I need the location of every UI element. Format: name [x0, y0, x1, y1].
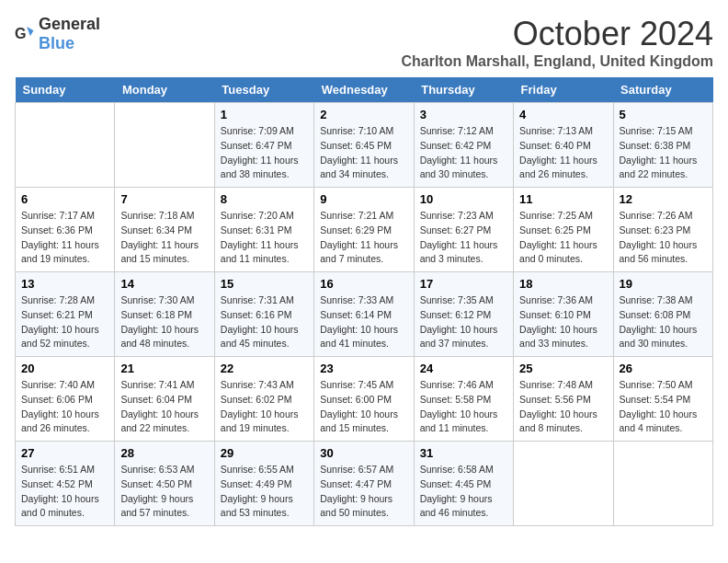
day-number: 3 — [420, 108, 507, 121]
day-number: 10 — [420, 192, 507, 206]
day-header-thursday: Thursday — [414, 77, 513, 103]
calendar-cell: 13Sunrise: 7:28 AMSunset: 6:21 PMDayligh… — [16, 272, 115, 357]
calendar-cell: 3Sunrise: 7:12 AMSunset: 6:42 PMDaylight… — [414, 103, 513, 188]
calendar-cell: 12Sunrise: 7:26 AMSunset: 6:23 PMDayligh… — [613, 188, 712, 272]
day-number: 28 — [120, 446, 208, 460]
day-detail: Sunrise: 7:38 AMSunset: 6:08 PMDaylight:… — [620, 293, 707, 351]
day-number: 25 — [519, 362, 607, 375]
calendar-cell: 5Sunrise: 7:15 AMSunset: 6:38 PMDaylight… — [613, 103, 712, 188]
day-detail: Sunrise: 7:40 AMSunset: 6:06 PMDaylight:… — [21, 378, 108, 436]
day-headers-row: SundayMondayTuesdayWednesdayThursdayFrid… — [16, 77, 713, 103]
day-number: 23 — [320, 362, 407, 375]
day-number: 29 — [221, 446, 308, 460]
day-number: 9 — [320, 192, 407, 206]
calendar-cell: 1Sunrise: 7:09 AMSunset: 6:47 PMDaylight… — [214, 103, 313, 188]
day-header-saturday: Saturday — [613, 77, 712, 103]
calendar-cell: 2Sunrise: 7:10 AMSunset: 6:45 PMDaylight… — [314, 103, 414, 188]
day-detail: Sunrise: 7:13 AMSunset: 6:40 PMDaylight:… — [519, 124, 607, 182]
day-detail: Sunrise: 7:18 AMSunset: 6:34 PMDaylight:… — [120, 209, 208, 267]
calendar-table: SundayMondayTuesdayWednesdayThursdayFrid… — [15, 77, 713, 526]
day-number: 19 — [620, 277, 707, 291]
calendar-cell: 7Sunrise: 7:18 AMSunset: 6:34 PMDaylight… — [115, 188, 214, 272]
day-detail: Sunrise: 7:25 AMSunset: 6:25 PMDaylight:… — [519, 209, 607, 267]
day-header-tuesday: Tuesday — [214, 77, 313, 103]
calendar-cell: 19Sunrise: 7:38 AMSunset: 6:08 PMDayligh… — [613, 272, 712, 357]
day-detail: Sunrise: 7:23 AMSunset: 6:27 PMDaylight:… — [420, 209, 507, 267]
day-number: 22 — [221, 362, 308, 375]
day-detail: Sunrise: 7:26 AMSunset: 6:23 PMDaylight:… — [620, 209, 707, 267]
day-number: 5 — [620, 108, 707, 121]
day-detail: Sunrise: 7:46 AMSunset: 5:58 PMDaylight:… — [420, 378, 507, 436]
logo: G General Blue — [15, 15, 100, 53]
logo-blue-text: Blue — [39, 34, 74, 52]
calendar-cell: 25Sunrise: 7:48 AMSunset: 5:56 PMDayligh… — [514, 357, 613, 442]
day-detail: Sunrise: 7:09 AMSunset: 6:47 PMDaylight:… — [221, 124, 308, 182]
day-number: 2 — [320, 108, 407, 121]
day-number: 17 — [420, 277, 507, 291]
day-detail: Sunrise: 6:58 AMSunset: 4:45 PMDaylight:… — [420, 463, 507, 521]
subtitle: Charlton Marshall, England, United Kingd… — [401, 53, 713, 70]
day-number: 26 — [620, 362, 707, 375]
day-detail: Sunrise: 7:17 AMSunset: 6:36 PMDaylight:… — [21, 209, 108, 267]
calendar-cell: 16Sunrise: 7:33 AMSunset: 6:14 PMDayligh… — [314, 272, 414, 357]
day-header-sunday: Sunday — [16, 77, 115, 103]
day-detail: Sunrise: 7:35 AMSunset: 6:12 PMDaylight:… — [420, 293, 507, 351]
day-number: 31 — [420, 446, 507, 460]
day-detail: Sunrise: 6:55 AMSunset: 4:49 PMDaylight:… — [221, 463, 308, 521]
calendar-cell: 9Sunrise: 7:21 AMSunset: 6:29 PMDaylight… — [314, 188, 414, 272]
week-row-5: 27Sunrise: 6:51 AMSunset: 4:52 PMDayligh… — [16, 442, 713, 526]
day-number: 24 — [420, 362, 507, 375]
day-number: 16 — [320, 277, 407, 291]
day-detail: Sunrise: 6:53 AMSunset: 4:50 PMDaylight:… — [120, 463, 208, 521]
day-detail: Sunrise: 7:36 AMSunset: 6:10 PMDaylight:… — [519, 293, 607, 351]
day-detail: Sunrise: 7:12 AMSunset: 6:42 PMDaylight:… — [420, 124, 507, 182]
day-detail: Sunrise: 6:51 AMSunset: 4:52 PMDaylight:… — [21, 463, 108, 521]
calendar-cell: 21Sunrise: 7:41 AMSunset: 6:04 PMDayligh… — [115, 357, 214, 442]
day-number: 27 — [21, 446, 108, 460]
day-number: 13 — [21, 277, 108, 291]
calendar-cell: 23Sunrise: 7:45 AMSunset: 6:00 PMDayligh… — [314, 357, 414, 442]
day-detail: Sunrise: 7:33 AMSunset: 6:14 PMDaylight:… — [320, 293, 407, 351]
week-row-3: 13Sunrise: 7:28 AMSunset: 6:21 PMDayligh… — [16, 272, 713, 357]
calendar-cell — [613, 442, 712, 526]
day-detail: Sunrise: 7:50 AMSunset: 5:54 PMDaylight:… — [620, 378, 707, 436]
day-detail: Sunrise: 7:43 AMSunset: 6:02 PMDaylight:… — [221, 378, 308, 436]
calendar-cell — [115, 103, 214, 188]
calendar-cell: 28Sunrise: 6:53 AMSunset: 4:50 PMDayligh… — [115, 442, 214, 526]
logo-icon: G — [15, 24, 35, 44]
day-number: 8 — [221, 192, 308, 206]
day-header-monday: Monday — [115, 77, 214, 103]
svg-text:G: G — [15, 25, 27, 41]
day-number: 7 — [120, 192, 208, 206]
calendar-cell: 17Sunrise: 7:35 AMSunset: 6:12 PMDayligh… — [414, 272, 513, 357]
calendar-cell: 4Sunrise: 7:13 AMSunset: 6:40 PMDaylight… — [514, 103, 613, 188]
day-number: 4 — [519, 108, 607, 121]
calendar-cell: 14Sunrise: 7:30 AMSunset: 6:18 PMDayligh… — [115, 272, 214, 357]
calendar-cell: 29Sunrise: 6:55 AMSunset: 4:49 PMDayligh… — [214, 442, 313, 526]
day-number: 15 — [221, 277, 308, 291]
calendar-cell: 10Sunrise: 7:23 AMSunset: 6:27 PMDayligh… — [414, 188, 513, 272]
calendar-cell: 15Sunrise: 7:31 AMSunset: 6:16 PMDayligh… — [214, 272, 313, 357]
day-number: 18 — [519, 277, 607, 291]
calendar-cell — [16, 103, 115, 188]
day-header-wednesday: Wednesday — [314, 77, 414, 103]
day-detail: Sunrise: 7:21 AMSunset: 6:29 PMDaylight:… — [320, 209, 407, 267]
calendar-cell: 6Sunrise: 7:17 AMSunset: 6:36 PMDaylight… — [16, 188, 115, 272]
calendar-cell: 24Sunrise: 7:46 AMSunset: 5:58 PMDayligh… — [414, 357, 513, 442]
calendar-cell: 8Sunrise: 7:20 AMSunset: 6:31 PMDaylight… — [214, 188, 313, 272]
week-row-2: 6Sunrise: 7:17 AMSunset: 6:36 PMDaylight… — [16, 188, 713, 272]
day-detail: Sunrise: 7:48 AMSunset: 5:56 PMDaylight:… — [519, 378, 607, 436]
day-detail: Sunrise: 7:28 AMSunset: 6:21 PMDaylight:… — [21, 293, 108, 351]
calendar-cell: 20Sunrise: 7:40 AMSunset: 6:06 PMDayligh… — [16, 357, 115, 442]
day-number: 21 — [120, 362, 208, 375]
day-detail: Sunrise: 7:31 AMSunset: 6:16 PMDaylight:… — [221, 293, 308, 351]
day-detail: Sunrise: 7:30 AMSunset: 6:18 PMDaylight:… — [120, 293, 208, 351]
calendar-cell: 18Sunrise: 7:36 AMSunset: 6:10 PMDayligh… — [514, 272, 613, 357]
calendar-cell: 26Sunrise: 7:50 AMSunset: 5:54 PMDayligh… — [613, 357, 712, 442]
calendar-cell: 11Sunrise: 7:25 AMSunset: 6:25 PMDayligh… — [514, 188, 613, 272]
day-detail: Sunrise: 7:45 AMSunset: 6:00 PMDaylight:… — [320, 378, 407, 436]
day-header-friday: Friday — [514, 77, 613, 103]
day-number: 1 — [221, 108, 308, 121]
day-number: 20 — [21, 362, 108, 375]
calendar-cell: 22Sunrise: 7:43 AMSunset: 6:02 PMDayligh… — [214, 357, 313, 442]
